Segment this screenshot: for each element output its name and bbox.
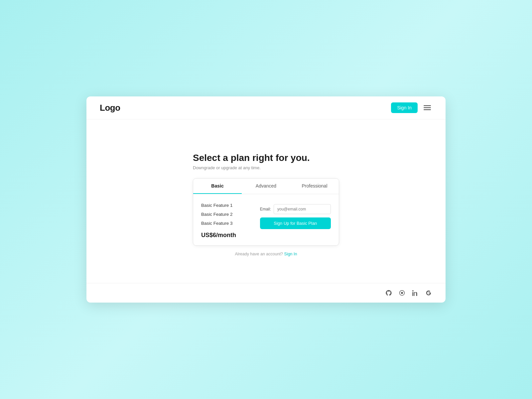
plan-section: Select a plan right for you. Downgrade o… — [193, 153, 339, 256]
already-account-text: Already have an account? Sign In — [193, 252, 339, 256]
signup-button[interactable]: Sign Up for Basic Plan — [260, 217, 331, 229]
plan-signup: Email: Sign Up for Basic Plan — [260, 201, 331, 229]
github-icon[interactable] — [385, 289, 392, 297]
plan-tabs: Basic Advanced Professional — [193, 179, 339, 194]
email-label: Email: — [260, 207, 271, 211]
footer — [86, 283, 446, 303]
feature-item-3: Basic Feature 3 — [201, 219, 252, 228]
feature-item-1: Basic Feature 1 — [201, 201, 252, 210]
page-title: Select a plan right for you. — [193, 153, 339, 163]
nav-actions: Sign In — [391, 102, 432, 113]
tab-advanced[interactable]: Advanced — [242, 179, 290, 194]
sign-in-link[interactable]: Sign In — [284, 252, 297, 256]
logo: Logo — [100, 103, 120, 113]
circle-icon[interactable] — [398, 289, 406, 297]
email-input[interactable] — [274, 204, 331, 214]
page-subtitle: Downgrade or upgrade at any time. — [193, 165, 339, 170]
plan-features: Basic Feature 1 Basic Feature 2 Basic Fe… — [201, 201, 252, 239]
plan-body: Basic Feature 1 Basic Feature 2 Basic Fe… — [193, 194, 339, 245]
plan-card: Basic Advanced Professional Basic Featur… — [193, 178, 339, 246]
menu-icon[interactable] — [422, 104, 432, 111]
tab-professional[interactable]: Professional — [290, 179, 339, 194]
main-content: Select a plan right for you. Downgrade o… — [86, 119, 446, 283]
plan-price: US$6/month — [201, 232, 252, 239]
feature-item-2: Basic Feature 2 — [201, 210, 252, 219]
email-row: Email: — [260, 204, 331, 214]
browser-window: Logo Sign In Select a plan right for you… — [86, 96, 446, 303]
sign-in-button[interactable]: Sign In — [391, 102, 418, 113]
navbar: Logo Sign In — [86, 96, 446, 119]
tab-basic[interactable]: Basic — [193, 179, 242, 194]
google-icon[interactable] — [425, 289, 432, 297]
linkedin-icon[interactable] — [412, 289, 419, 297]
svg-point-1 — [401, 292, 403, 294]
